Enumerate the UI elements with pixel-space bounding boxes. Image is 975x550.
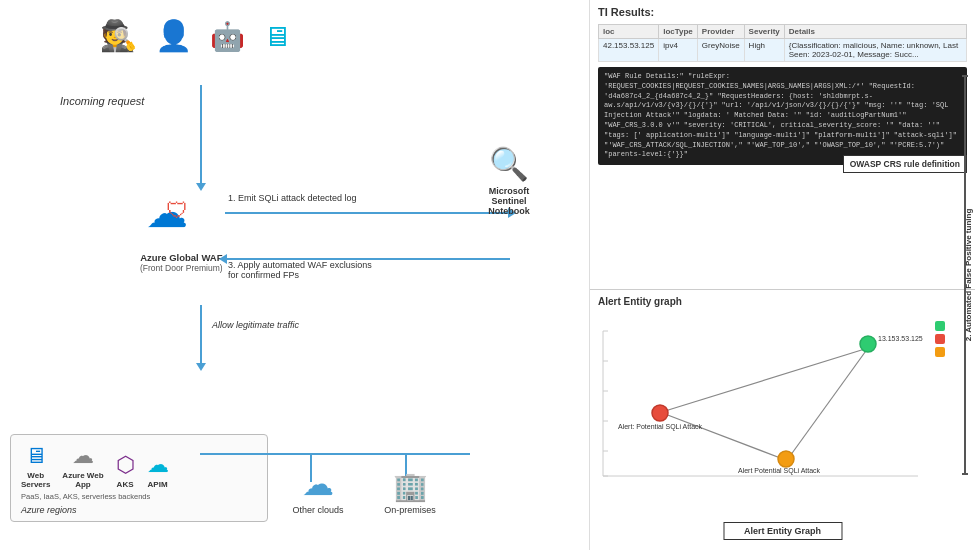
entity-graph-svg: 13.153.53.125 Alert: Potential SQLi Atta…: [598, 311, 938, 481]
svg-text:Alert Potential SQLi Attack: Alert Potential SQLi Attack: [738, 467, 821, 475]
other-clouds-box: ☁ Other clouds: [278, 465, 358, 515]
col-provider: Provider: [697, 25, 744, 39]
legend-red: [935, 334, 945, 344]
left-panel: 🕵 👤 🤖 🖥 Incoming request ☁ 🛡 Azure Globa…: [0, 0, 590, 550]
other-clouds-icon: ☁: [278, 465, 358, 503]
waf-icon-group: ☁ 🛡: [146, 188, 216, 248]
person-figure: 👤: [155, 18, 192, 53]
col-loctype: locType: [659, 25, 698, 39]
apim-label: APIM: [148, 480, 168, 489]
col-details: Details: [784, 25, 966, 39]
right-panel: 2. Automated False Positive tuning TI Re…: [590, 0, 975, 550]
backends-region: 🖥 WebServers ☁ Azure WebApp ⬡ AKS ☁ APIM…: [10, 434, 268, 522]
automated-tuning-label: 2. Automated False Positive tuning: [964, 209, 973, 342]
allow-label: Allow legitimate traffic: [212, 320, 299, 330]
sentinel-notebook: 🔍 Microsoft Sentinel Notebook: [459, 145, 559, 216]
azure-webapp-label: Azure WebApp: [62, 471, 103, 489]
cell-provider: GreyNoise: [697, 39, 744, 62]
web-server-icon: 🖥: [25, 443, 47, 469]
aks-label: AKS: [117, 480, 134, 489]
waf-sublabel: (Front Door Premium): [140, 263, 223, 273]
azure-webapp-icon: ☁: [72, 443, 94, 469]
monitor-figure: 🖥: [263, 20, 291, 53]
waf-block: ☁ 🛡 Azure Global WAF (Front Door Premium…: [140, 188, 223, 273]
ti-results-title: TI Results:: [598, 6, 967, 18]
aks-icon: ⬡: [116, 452, 135, 478]
cell-loc: 42.153.53.125: [599, 39, 659, 62]
col-severity: Severity: [744, 25, 784, 39]
arrow-allow: [200, 305, 202, 365]
horizontal-connector: [200, 453, 470, 455]
on-premises-box: 🏢 On-premises: [370, 470, 450, 515]
graph-legend: [935, 321, 945, 357]
region-label: Azure regions: [21, 505, 257, 515]
sentinel-label: Microsoft Sentinel Notebook: [459, 186, 559, 216]
waf-shield-icon: 🛡: [166, 198, 188, 224]
web-server-label: WebServers: [21, 471, 50, 489]
svg-line-0: [665, 348, 868, 411]
robot-figure: 🤖: [210, 20, 245, 53]
legend-orange: [935, 347, 945, 357]
svg-line-1: [790, 348, 868, 456]
backends-icons: 🖥 WebServers ☁ Azure WebApp ⬡ AKS ☁ APIM: [21, 443, 257, 489]
arrow-down-to-waf: [200, 85, 202, 185]
backends-sublabel: PaaS, IaaS, AKS, serverless backends: [21, 492, 257, 501]
onprem-icon: 🏢: [370, 470, 450, 503]
backend-web-servers: 🖥 WebServers: [21, 443, 50, 489]
legend-green: [935, 321, 945, 331]
incoming-request-label: Incoming request: [60, 95, 144, 107]
alert-entity-footer: Alert Entity Graph: [723, 522, 842, 540]
code-block: "WAF Rule Details:" "ruleExpr: 'REQUEST_…: [598, 67, 967, 165]
apim-icon: ☁: [147, 452, 169, 478]
cell-details: {Classification: malicious, Name: unknow…: [784, 39, 966, 62]
alert-entity-section: Alert Entity graph 13.153.53.125 Alert: …: [590, 290, 975, 550]
alert-entity-title: Alert Entity graph: [598, 296, 967, 307]
emit-label: 1. Emit SQLi attack detected log: [228, 193, 357, 203]
svg-line-2: [665, 414, 783, 459]
backend-aks: ⬡ AKS: [116, 452, 135, 489]
cell-loctype: ipv4: [659, 39, 698, 62]
other-clouds-label: Other clouds: [278, 505, 358, 515]
automated-tuning-sidebar: 2. Automated False Positive tuning: [955, 0, 975, 550]
ti-table: loc locType Provider Severity Details 42…: [598, 24, 967, 62]
waf-label: Azure Global WAF: [140, 252, 222, 263]
onprem-label: On-premises: [370, 505, 450, 515]
backend-azure-web-app: ☁ Azure WebApp: [62, 443, 103, 489]
sentinel-icon: 🔍: [459, 145, 559, 183]
col-loc: loc: [599, 25, 659, 39]
ti-results-section: TI Results: loc locType Provider Severit…: [590, 0, 975, 290]
svg-point-3: [860, 336, 876, 352]
cell-severity: High: [744, 39, 784, 62]
apply-label: 3. Apply automated WAF exclusions for co…: [228, 260, 428, 280]
owasp-label: OWASP CRS rule definition: [843, 155, 967, 173]
hacker-figure: 🕵: [100, 18, 137, 53]
attacker-section: 🕵 👤 🤖 🖥: [100, 18, 291, 53]
svg-point-5: [652, 405, 668, 421]
table-row: 42.153.53.125 ipv4 GreyNoise High {Class…: [599, 39, 967, 62]
backend-apim: ☁ APIM: [147, 452, 169, 489]
svg-text:Alert: Potential SQLi Attack: Alert: Potential SQLi Attack: [618, 423, 703, 431]
svg-text:13.153.53.125: 13.153.53.125: [878, 335, 923, 342]
graph-area: 13.153.53.125 Alert: Potential SQLi Atta…: [598, 311, 967, 491]
svg-point-7: [778, 451, 794, 467]
